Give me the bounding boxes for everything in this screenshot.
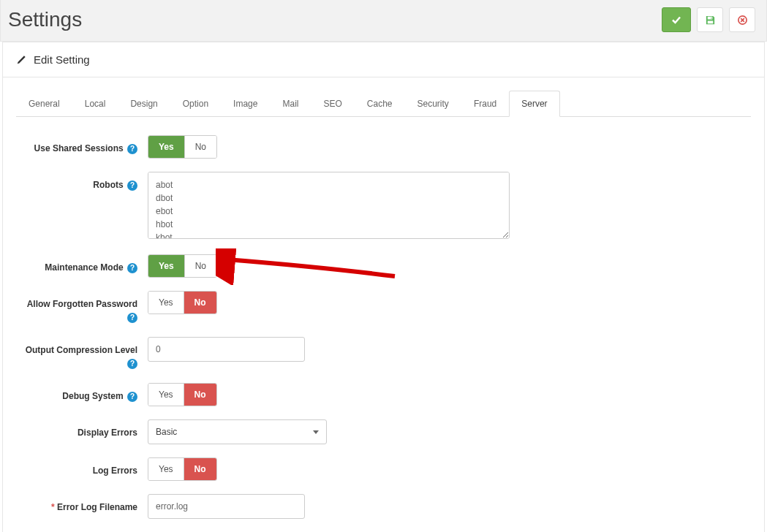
floppy-icon (705, 15, 716, 26)
toggle-no[interactable]: No (184, 458, 216, 480)
tab-design[interactable]: Design (118, 91, 170, 117)
pencil-icon (16, 55, 26, 65)
help-icon[interactable]: ? (127, 180, 137, 191)
tab-image[interactable]: Image (221, 91, 270, 117)
tabs: General Local Design Option Image Mail S… (16, 91, 751, 117)
toggle-yes[interactable]: Yes (148, 292, 184, 314)
help-icon[interactable]: ? (127, 313, 137, 323)
tab-seo[interactable]: SEO (311, 91, 354, 117)
toggle-maintenance: Yes No (148, 254, 217, 278)
panel-body: General Local Design Option Image Mail S… (3, 77, 764, 532)
page-header: Settings (0, 0, 767, 42)
select-value: Basic (156, 427, 177, 437)
apply-button[interactable] (662, 7, 691, 32)
row-compression: Output Compression Level ? (16, 337, 751, 370)
toggle-debug: Yes No (148, 383, 217, 406)
page-title: Settings (8, 8, 82, 31)
row-display-errors: Display Errors Basic (16, 419, 751, 444)
toggle-no[interactable]: No (185, 255, 216, 277)
label-forgotten: Allow Forgotten Password ? (16, 291, 148, 324)
toggle-yes[interactable]: Yes (148, 458, 184, 480)
tab-fraud[interactable]: Fraud (461, 91, 509, 117)
label-error-log: * Error Log Filename (16, 494, 148, 514)
tab-general[interactable]: General (16, 91, 72, 117)
edit-panel: Edit Setting General Local Design Option… (2, 42, 765, 532)
tab-security[interactable]: Security (405, 91, 461, 117)
row-shared-sessions: Use Shared Sessions ? Yes No (16, 135, 751, 159)
row-robots: Robots ? (16, 172, 751, 241)
tab-option[interactable]: Option (170, 91, 221, 117)
header-actions (662, 7, 755, 32)
cancel-icon (737, 15, 748, 26)
help-icon[interactable]: ? (127, 263, 137, 273)
toggle-yes[interactable]: Yes (148, 384, 184, 406)
caret-down-icon (313, 430, 319, 434)
toggle-no[interactable]: No (184, 292, 216, 314)
tab-cache[interactable]: Cache (355, 91, 405, 117)
cancel-button[interactable] (729, 7, 755, 32)
toggle-forgotten: Yes No (148, 291, 217, 314)
help-icon[interactable]: ? (127, 392, 137, 402)
save-button[interactable] (697, 7, 723, 32)
toggle-yes[interactable]: Yes (148, 255, 185, 277)
robots-textarea[interactable] (148, 172, 510, 239)
row-log-errors: Log Errors Yes No (16, 457, 751, 481)
tab-mail[interactable]: Mail (270, 91, 311, 117)
row-error-log: * Error Log Filename (16, 494, 751, 519)
display-errors-select[interactable]: Basic (148, 419, 327, 444)
help-icon[interactable]: ? (127, 359, 137, 369)
error-log-input[interactable] (148, 494, 305, 519)
tab-local[interactable]: Local (72, 91, 118, 117)
row-maintenance: Maintenance Mode ? Yes No (16, 254, 751, 278)
toggle-yes[interactable]: Yes (148, 136, 185, 158)
tab-server[interactable]: Server (509, 91, 559, 117)
toggle-shared-sessions: Yes No (148, 135, 217, 159)
label-shared-sessions: Use Shared Sessions ? (16, 135, 148, 155)
compression-input[interactable] (148, 337, 305, 362)
label-compression: Output Compression Level ? (16, 337, 148, 370)
label-log-errors: Log Errors (16, 457, 148, 477)
label-display-errors: Display Errors (16, 419, 148, 439)
toggle-no[interactable]: No (184, 384, 216, 406)
panel-title: Edit Setting (34, 53, 90, 66)
row-debug: Debug System ? Yes No (16, 383, 751, 406)
panel-heading: Edit Setting (3, 42, 764, 77)
toggle-no[interactable]: No (185, 136, 216, 158)
help-icon[interactable]: ? (127, 144, 137, 154)
label-maintenance: Maintenance Mode ? (16, 254, 148, 274)
label-robots: Robots ? (16, 172, 148, 191)
row-forgotten: Allow Forgotten Password ? Yes No (16, 291, 751, 324)
toggle-log-errors: Yes No (148, 457, 217, 481)
check-icon (670, 14, 682, 26)
label-debug: Debug System ? (16, 383, 148, 403)
